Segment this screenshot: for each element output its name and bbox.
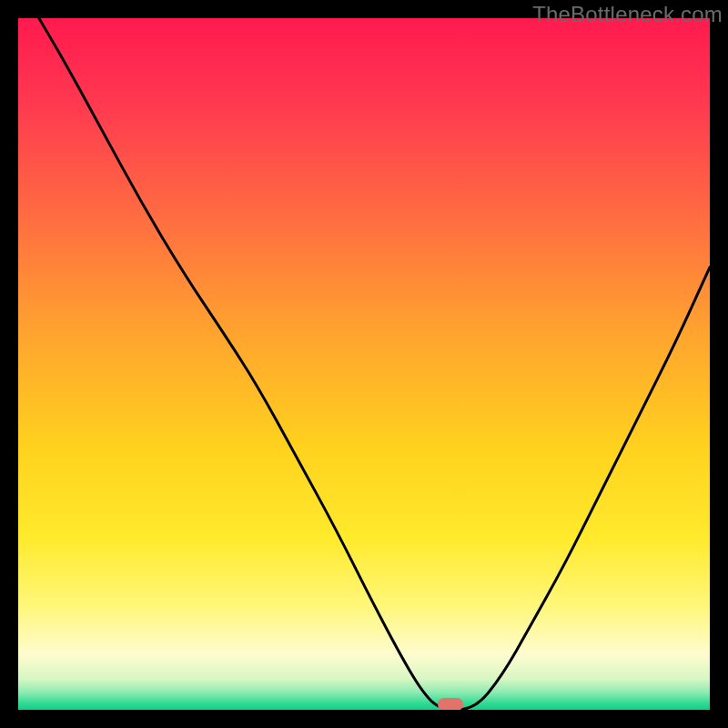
chart-frame: TheBottleneck.com	[0, 0, 728, 728]
optimal-marker	[438, 698, 463, 710]
plot-area	[18, 18, 710, 710]
bottleneck-curve	[18, 18, 710, 710]
watermark-text: TheBottleneck.com	[532, 2, 723, 27]
